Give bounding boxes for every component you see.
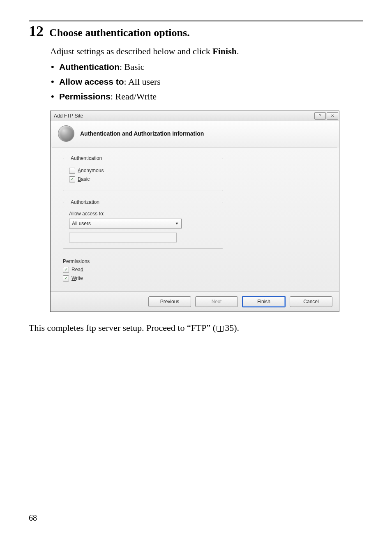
dialog-button-bar: Previous Next Finish Cancel xyxy=(51,291,339,312)
anonymous-rest: nonymous xyxy=(81,168,104,173)
intro-paragraph: Adjust settings as described below and c… xyxy=(50,45,363,103)
intro-before: Adjust settings as described below and c… xyxy=(50,46,212,56)
write-row: Write xyxy=(63,275,327,282)
dialog-header-title: Authentication and Authorization Informa… xyxy=(80,130,204,137)
bullet-label: Authentication xyxy=(59,62,120,72)
finish-rest: inish xyxy=(260,299,270,305)
close-button[interactable]: ✕ xyxy=(327,112,338,120)
basic-row: Basic xyxy=(69,176,217,182)
book-icon xyxy=(217,326,224,332)
authentication-legend: Authentication xyxy=(69,155,104,161)
bullet-allow-access: Allow access to: All users xyxy=(50,75,363,88)
next-rest: ext xyxy=(215,299,221,305)
intro-bold: Finish xyxy=(212,46,237,56)
help-icon: ? xyxy=(319,113,321,118)
dialog-content: Authentication Anonymous Basic Authoriza… xyxy=(51,148,339,291)
help-button[interactable]: ? xyxy=(314,112,326,120)
authorization-legend: Authorization xyxy=(69,199,101,205)
page-number: 68 xyxy=(29,513,37,523)
read-row: Read xyxy=(63,267,327,273)
dialog-header-strip: Authentication and Authorization Informa… xyxy=(51,121,339,148)
read-pre: Rea xyxy=(71,267,81,272)
bullet-label: Permissions xyxy=(59,92,111,101)
cancel-button[interactable]: Cancel xyxy=(290,296,332,307)
globe-icon xyxy=(58,125,74,142)
cancel-label: Cancel xyxy=(303,299,318,305)
write-accel: W xyxy=(71,275,76,281)
bullet-permissions: Permissions: Read/Write xyxy=(50,90,363,103)
select-value: All users xyxy=(72,221,91,226)
basic-rest: asic xyxy=(81,176,90,182)
dialog-titlebar: Add FTP Site ? ✕ xyxy=(51,111,339,121)
write-rest: rite xyxy=(76,275,83,281)
closing-pageref: 35). xyxy=(225,323,239,333)
authentication-fieldset: Authentication Anonymous Basic xyxy=(63,155,223,191)
intro-after: . xyxy=(237,46,239,56)
basic-accel: B xyxy=(78,176,81,182)
permissions-legend: Permissions xyxy=(63,258,327,264)
bullet-authentication: Authentication: Basic xyxy=(50,60,363,74)
next-button[interactable]: Next xyxy=(195,296,238,307)
bullet-value: : Read/Write xyxy=(111,91,157,102)
previous-accel: P xyxy=(160,299,164,305)
allow-access-select[interactable]: All users ▼ xyxy=(69,219,182,228)
basic-label: Basic xyxy=(78,176,90,182)
closing-paragraph: This completes ftp server setup. Proceed… xyxy=(29,323,363,333)
chevron-down-icon: ▼ xyxy=(175,222,179,226)
add-ftp-site-dialog: Add FTP Site ? ✕ Authentication and Auth… xyxy=(50,111,339,312)
settings-bullets: Authentication: Basic Allow access to: A… xyxy=(50,60,363,103)
close-icon: ✕ xyxy=(331,113,334,118)
write-checkbox[interactable] xyxy=(63,275,69,282)
step-number: 12 xyxy=(29,24,44,39)
dialog-title: Add FTP Site xyxy=(54,113,314,119)
anonymous-label: Anonymous xyxy=(78,168,104,173)
write-label: Write xyxy=(71,275,83,281)
bullet-label: Allow access to xyxy=(59,77,124,86)
allow-pre: Allow a xyxy=(69,211,85,217)
previous-button[interactable]: Previous xyxy=(148,296,191,307)
top-rule xyxy=(29,21,363,21)
allow-access-label: Allow access to: xyxy=(69,211,217,217)
bullet-value: : All users xyxy=(124,76,161,87)
previous-rest: revious xyxy=(164,299,180,305)
closing-text: This completes ftp server setup. Proceed… xyxy=(29,323,216,333)
read-accel: d xyxy=(81,267,83,272)
bullet-value: : Basic xyxy=(120,62,145,72)
authorization-textbox[interactable] xyxy=(69,233,177,242)
permissions-group: Permissions Read Write xyxy=(63,257,327,284)
step-heading: 12 Choose authentication options. xyxy=(29,24,363,39)
finish-button[interactable]: Finish xyxy=(242,296,286,307)
anonymous-checkbox[interactable] xyxy=(69,168,75,174)
basic-checkbox[interactable] xyxy=(69,176,75,182)
anonymous-row: Anonymous xyxy=(69,168,217,174)
step-title: Choose authentication options. xyxy=(49,27,190,39)
allow-post: cess to: xyxy=(88,211,104,217)
anonymous-accel: A xyxy=(78,168,81,173)
authorization-fieldset: Authorization Allow access to: All users… xyxy=(63,199,223,249)
read-checkbox[interactable] xyxy=(63,267,69,273)
read-label: Read xyxy=(71,267,83,272)
